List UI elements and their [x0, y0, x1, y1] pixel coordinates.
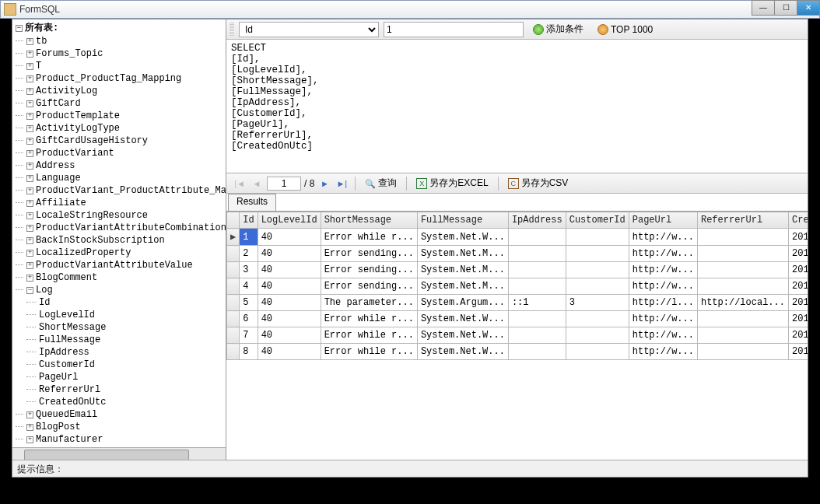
- maximize-button[interactable]: ☐: [774, 0, 797, 16]
- tree-leaf[interactable]: ShortMessage: [16, 321, 226, 334]
- tree-node[interactable]: +ProductVariantAttributeValue: [16, 259, 226, 271]
- col-header[interactable]: Id: [240, 212, 258, 229]
- cell[interactable]: [508, 278, 566, 295]
- cell[interactable]: [508, 262, 566, 278]
- table-row[interactable]: 240Error sending...System.Net.M...http:/…: [227, 246, 808, 262]
- tree-leaf[interactable]: Id: [16, 296, 226, 309]
- cell[interactable]: http://w...: [629, 344, 697, 360]
- tree-node[interactable]: +QueuedEmail: [16, 408, 226, 421]
- cell[interactable]: System.Net.W...: [417, 327, 508, 344]
- col-header[interactable]: Cre: [788, 212, 808, 229]
- cell[interactable]: 2: [240, 246, 258, 262]
- tree-leaf[interactable]: CustomerId: [16, 359, 226, 371]
- tree-node[interactable]: −Log: [16, 284, 226, 296]
- tree-leaf[interactable]: ReferrerUrl: [16, 383, 226, 396]
- tree-node[interactable]: +ProductVariant: [16, 147, 226, 159]
- table-row[interactable]: 340Error sending...System.Net.M...http:/…: [227, 262, 808, 278]
- cell[interactable]: 6: [240, 311, 258, 327]
- cell[interactable]: 40: [258, 295, 321, 311]
- cell[interactable]: [566, 327, 629, 344]
- add-condition-button[interactable]: 添加条件: [528, 21, 588, 37]
- cell[interactable]: [566, 311, 629, 327]
- cell[interactable]: [566, 278, 629, 295]
- save-csv-button[interactable]: C 另存为CSV: [505, 175, 572, 191]
- table-row[interactable]: 540The parameter...System.Argum...::13ht…: [227, 295, 808, 311]
- cell[interactable]: 2012: [788, 262, 808, 278]
- col-header[interactable]: FullMessage: [417, 212, 508, 229]
- tree-node[interactable]: +Forums_Topic: [16, 47, 226, 60]
- cell[interactable]: 40: [258, 262, 321, 278]
- cell[interactable]: [508, 344, 566, 360]
- cell[interactable]: The parameter...: [321, 295, 417, 311]
- cell[interactable]: 3: [566, 295, 629, 311]
- minimize-button[interactable]: —: [752, 0, 775, 16]
- top1000-button[interactable]: TOP 1000: [593, 23, 657, 37]
- cell[interactable]: http://w...: [629, 327, 697, 344]
- cell[interactable]: [697, 229, 788, 246]
- cell[interactable]: [566, 344, 629, 360]
- tree-node[interactable]: +LocalizedProperty: [16, 247, 226, 259]
- cell[interactable]: 2012: [788, 295, 808, 311]
- tree-node[interactable]: +ProductVariantAttributeCombination: [16, 222, 226, 234]
- tree-leaf[interactable]: CreatedOnUtc: [16, 396, 226, 408]
- cell[interactable]: 7: [240, 327, 258, 344]
- cell[interactable]: System.Net.M...: [417, 246, 508, 262]
- table-row[interactable]: 840Error while r...System.Net.W...http:/…: [227, 344, 808, 360]
- row-header[interactable]: [227, 344, 240, 360]
- tree-node[interactable]: +Address: [16, 159, 226, 172]
- table-row[interactable]: ▶140Error while r...System.Net.W...http:…: [227, 229, 808, 246]
- cell[interactable]: 2012: [788, 246, 808, 262]
- cell[interactable]: http://l...: [629, 295, 697, 311]
- results-grid-wrap[interactable]: IdLogLevelIdShortMessageFullMessageIpAdd…: [226, 211, 808, 460]
- tree-leaf[interactable]: PageUrl: [16, 371, 226, 383]
- row-header[interactable]: [227, 295, 240, 311]
- cell[interactable]: 2012: [788, 344, 808, 360]
- value-input[interactable]: [384, 22, 524, 37]
- close-button[interactable]: ✕: [797, 0, 820, 16]
- cell[interactable]: ::1: [508, 295, 566, 311]
- titlebar[interactable]: FormSQL: [0, 0, 820, 19]
- cell[interactable]: Error while r...: [321, 229, 417, 246]
- tree-root[interactable]: −所有表:: [16, 21, 226, 35]
- cell[interactable]: System.Net.W...: [417, 311, 508, 327]
- cell[interactable]: 2012: [788, 229, 808, 246]
- cell[interactable]: [697, 262, 788, 278]
- tree-node[interactable]: +Product_ProductTag_Mapping: [16, 72, 226, 85]
- cell[interactable]: [697, 311, 788, 327]
- tree-node[interactable]: +Language: [16, 172, 226, 184]
- cell[interactable]: http://local...: [697, 295, 788, 311]
- cell[interactable]: 40: [258, 327, 321, 344]
- tree-node[interactable]: +tb: [16, 35, 226, 47]
- cell[interactable]: 1: [240, 229, 258, 246]
- row-header[interactable]: [227, 262, 240, 278]
- row-header[interactable]: [227, 311, 240, 327]
- cell[interactable]: 4: [240, 278, 258, 295]
- cell[interactable]: System.Net.W...: [417, 344, 508, 360]
- cell[interactable]: 2012: [788, 327, 808, 344]
- tree-node[interactable]: +GiftCard: [16, 97, 226, 110]
- cell[interactable]: [697, 246, 788, 262]
- cell[interactable]: 40: [258, 246, 321, 262]
- cell[interactable]: [508, 311, 566, 327]
- table-row[interactable]: 740Error while r...System.Net.W...http:/…: [227, 327, 808, 344]
- row-header[interactable]: [227, 278, 240, 295]
- col-header[interactable]: ReferrerUrl: [697, 212, 788, 229]
- cell[interactable]: [508, 246, 566, 262]
- tab-results[interactable]: Results: [228, 194, 276, 211]
- tree-leaf[interactable]: FullMessage: [16, 334, 226, 346]
- cell[interactable]: Error sending...: [321, 246, 417, 262]
- cell[interactable]: http://w...: [629, 262, 697, 278]
- tree-node[interactable]: +T: [16, 60, 226, 72]
- last-page-button[interactable]: ►|: [335, 177, 349, 191]
- tree-node[interactable]: +LocaleStringResource: [16, 209, 226, 222]
- cell[interactable]: 40: [258, 229, 321, 246]
- tree-node[interactable]: +ProductTemplate: [16, 110, 226, 122]
- cell[interactable]: 40: [258, 344, 321, 360]
- table-row[interactable]: 440Error sending...System.Net.M...http:/…: [227, 278, 808, 295]
- first-page-button[interactable]: |◄: [233, 177, 247, 191]
- cell[interactable]: http://w...: [629, 278, 697, 295]
- cell[interactable]: [508, 327, 566, 344]
- cell[interactable]: 40: [258, 311, 321, 327]
- cell[interactable]: 3: [240, 262, 258, 278]
- cell[interactable]: System.Argum...: [417, 295, 508, 311]
